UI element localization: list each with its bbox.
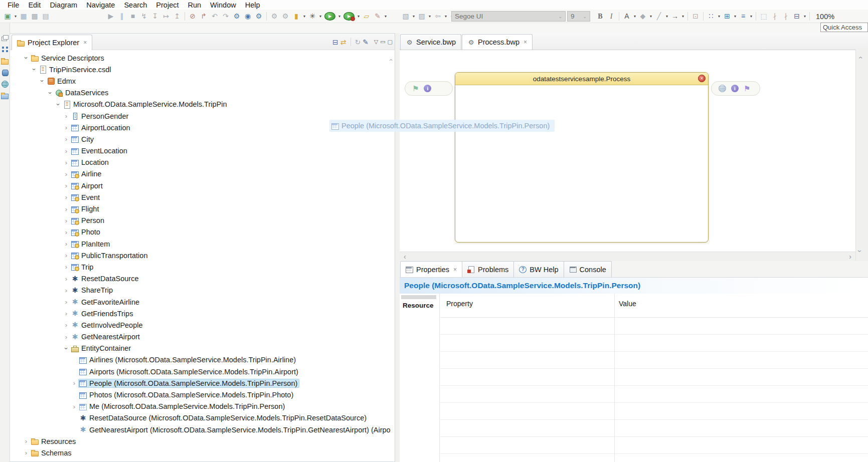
tree-item-resetdatasource-microsoft-odata-samplese[interactable]: ›✱ResetDataSource (Microsoft.OData.Sampl…	[10, 412, 395, 424]
copy-appearance-button[interactable]: ⊡	[690, 10, 701, 23]
editor-vertical-scrollbar[interactable]: › ›	[855, 50, 868, 261]
tab-process-bwp[interactable]: ⚙Process.bwp×	[462, 34, 533, 50]
tree-item-edmx[interactable]: ›Edmx	[10, 75, 395, 87]
tab-bw-help[interactable]: ?BW Help	[513, 261, 564, 277]
bw-perspective-icon[interactable]	[1, 46, 9, 53]
close-icon[interactable]: ×	[453, 266, 457, 273]
resume-button[interactable]: ▶	[105, 10, 116, 23]
scroll-up-icon[interactable]: ›	[386, 59, 394, 61]
checkout-button[interactable]: ▧	[400, 10, 411, 23]
api-search-button[interactable]: ◉	[242, 10, 253, 23]
panel-sash[interactable]	[395, 33, 400, 462]
line-color-button[interactable]: ╱	[653, 10, 664, 23]
globe-icon[interactable]	[719, 85, 726, 92]
editor-horizontal-scrollbar[interactable]: ‹ ›	[400, 252, 855, 261]
maximize-icon[interactable]: ▢	[388, 39, 393, 45]
menu-run[interactable]: Run	[184, 1, 206, 9]
tree-item-publictransportation[interactable]: ›PublicTransportation	[10, 250, 395, 261]
diagram-guides-button[interactable]: ▮	[291, 10, 302, 23]
disconnect-button[interactable]: ↯	[138, 10, 149, 23]
tree-item-photos-microsoft-odata-sampleservice-mod[interactable]: ›Photos (Microsoft.OData.SampleService.M…	[10, 389, 395, 400]
tree-item-getfriendstrips[interactable]: ›✱GetFriendsTrips	[10, 308, 395, 319]
format-painter-button[interactable]: ✎	[372, 10, 383, 23]
customize-view-icon[interactable]: ✎	[363, 38, 369, 46]
suspend-button[interactable]: ∥	[116, 10, 127, 23]
explorer-folder-icon[interactable]	[1, 57, 9, 65]
tree-item-photo[interactable]: ›Photo	[10, 226, 395, 238]
checkin-button[interactable]: ▨	[416, 10, 427, 23]
view-menu-icon[interactable]: ▽	[374, 39, 378, 45]
process-node[interactable]: odatatestservicesample.Process ×	[455, 72, 709, 243]
tree-item-dataservices[interactable]: ›DataServices	[10, 87, 395, 99]
link-with-editor-icon[interactable]: ⇄	[340, 38, 346, 46]
tab-project-explorer[interactable]: Project Explorer ×	[12, 35, 92, 50]
quick-access-box[interactable]: Quick Access	[820, 23, 868, 32]
collapse-arrow-icon[interactable]: ›	[55, 100, 62, 108]
step-into-button[interactable]: ↧	[149, 10, 160, 23]
open-folder-button[interactable]: ▱	[361, 10, 372, 23]
tree-item-schemas[interactable]: ›Schemas	[10, 447, 395, 458]
tree-item-resources[interactable]: ›Resources	[10, 435, 395, 447]
menu-help[interactable]: Help	[241, 1, 265, 9]
expand-arrow-icon[interactable]: ›	[62, 147, 70, 155]
collapse-arrow-icon[interactable]: ›	[23, 54, 30, 62]
tree-item-eventlocation[interactable]: ›EventLocation	[10, 145, 395, 157]
chevron-down-icon[interactable]: ▾	[717, 14, 722, 19]
collapse-arrow-icon[interactable]: ›	[63, 344, 70, 352]
column-divider[interactable]	[614, 294, 615, 462]
tree-item-service-descriptors[interactable]: ›Service Descriptors	[10, 52, 395, 64]
tree-item-me-microsoft-odata-sampleservice-models-[interactable]: ›Me (Microsoft.OData.SampleService.Model…	[10, 401, 395, 412]
menu-navigate[interactable]: Navigate	[82, 1, 119, 9]
chevron-down-icon[interactable]: ▾	[383, 14, 388, 19]
run-button[interactable]: ▶	[324, 12, 335, 21]
italic-button[interactable]: I	[606, 10, 617, 23]
tree-item-resetdatasource[interactable]: ›✱ResetDataSource	[10, 273, 395, 285]
expand-arrow-icon[interactable]: ›	[22, 437, 30, 445]
tree-item-planitem[interactable]: ›PlanItem	[10, 238, 395, 250]
info-icon[interactable]: i	[424, 85, 431, 92]
undo-button[interactable]: ↶	[209, 10, 220, 23]
expand-arrow-icon[interactable]: ›	[62, 321, 70, 329]
print-button[interactable]: ▤	[40, 10, 51, 23]
tree-item-entitycontainer[interactable]: ›EntityContainer	[10, 343, 395, 354]
tree-item-getfavoriteairline[interactable]: ›✱GetFavoriteAirline	[10, 296, 395, 308]
tree-item-trip[interactable]: ›Trip	[10, 261, 395, 273]
tab-properties[interactable]: Properties×	[400, 261, 462, 277]
new-wizard-button[interactable]: ▣	[2, 10, 13, 23]
info-icon[interactable]: i	[731, 85, 739, 92]
restore-pane-icon[interactable]	[1, 34, 9, 42]
expand-arrow-icon[interactable]: ›	[62, 170, 70, 178]
tree-item-airport[interactable]: ›Airport	[10, 180, 395, 191]
refresh-icon[interactable]: ↻	[355, 38, 361, 46]
font-color-button[interactable]: A	[621, 10, 632, 23]
tree-item-people-microsoft-odata-sampleservice-mod[interactable]: ›People (Microsoft.OData.SampleService.M…	[10, 377, 395, 389]
redo-button[interactable]: ↷	[220, 10, 231, 23]
table-grid-button[interactable]: ⊟	[791, 10, 802, 23]
chevron-down-icon[interactable]: ▾	[664, 14, 669, 19]
tree-item-getnearestairport[interactable]: ›✱GetNearestAirport	[10, 331, 395, 343]
close-icon[interactable]: ×	[524, 39, 527, 46]
chevron-down-icon[interactable]: ▾	[302, 14, 307, 19]
chevron-down-icon[interactable]: ▾	[427, 14, 432, 19]
terminate-button[interactable]: ■	[127, 10, 138, 23]
expand-arrow-icon[interactable]: ›	[62, 310, 70, 317]
end-flag-icon[interactable]: ⚑	[744, 84, 750, 93]
tree-item-city[interactable]: ›City	[10, 133, 395, 145]
collapse-arrow-icon[interactable]: ›	[31, 66, 38, 74]
expand-arrow-icon[interactable]: ›	[62, 159, 70, 166]
step-return-button[interactable]: ↥	[171, 10, 183, 23]
step-over-button[interactable]: ↦	[160, 10, 171, 23]
tree-item-microsoft-odata-sampleservice-models-tri[interactable]: ›Microsoft.OData.SampleService.Models.Tr…	[10, 99, 395, 110]
tree-item-getinvolvedpeople[interactable]: ›✱GetInvolvedPeople	[10, 319, 395, 331]
group-button[interactable]: ⬚	[758, 10, 769, 23]
deployment-server-icon[interactable]	[1, 69, 9, 76]
menu-edit[interactable]: Edit	[24, 1, 45, 9]
chevron-down-icon[interactable]: ▾	[749, 14, 754, 19]
expand-arrow-icon[interactable]: ›	[62, 228, 70, 236]
minimize-icon[interactable]: ▭	[380, 39, 385, 45]
admin-settings-button[interactable]: ⚙	[253, 10, 264, 23]
expand-arrow-icon[interactable]: ›	[62, 112, 70, 120]
tree-item-getnearestairport-microsoft-odata-sample[interactable]: ›✱GetNearestAirport (Microsoft.OData.Sam…	[10, 424, 395, 435]
expand-arrow-icon[interactable]: ›	[62, 298, 70, 306]
fill-color-button[interactable]: ◆	[637, 10, 648, 23]
